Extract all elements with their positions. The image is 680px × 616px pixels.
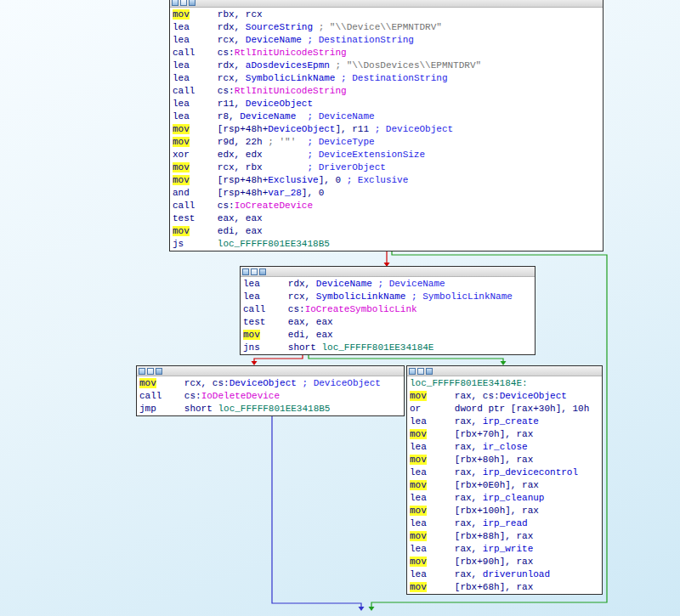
node-setup-dispatch[interactable]: loc_FFFFF801EE34184E:mov rax, cs:DeviceO… [406, 365, 603, 595]
asm-line[interactable]: call cs:RtlInitUnicodeString [173, 47, 600, 59]
asm-token: call [173, 201, 195, 211]
asm-line[interactable]: jmp short loc_FFFFF801EE3418B5 [139, 403, 401, 415]
asm-token: call [243, 304, 265, 314]
asm-line[interactable]: jns short loc_FFFFF801EE34184E [243, 342, 532, 354]
asm-line[interactable]: lea rax, ir_close [410, 441, 599, 454]
asm-line[interactable]: mov [rsp+48h+Exclusive], 0 ; Exclusive [173, 174, 600, 187]
asm-line[interactable]: mov [rbx+88h], rax [410, 530, 599, 543]
asm-token: rdx, [190, 22, 246, 32]
asm-line[interactable]: lea rax, irp_write [410, 543, 599, 556]
asm-token: ], 0 [319, 175, 347, 185]
node-delete-device[interactable]: mov rcx, cs:DeviceObject ; DeviceObjectc… [136, 365, 405, 416]
asm-token: edi, eax [190, 226, 263, 236]
asm-line[interactable]: mov rax, cs:DeviceObject [410, 390, 599, 403]
asm-line[interactable]: mov [rbx+100h], rax [410, 505, 599, 517]
node-create-symlink[interactable]: lea rdx, DeviceName ; DeviceNamelea rcx,… [240, 266, 536, 355]
asm-line[interactable]: lea rax, irp_create [410, 415, 599, 428]
asm-line[interactable]: lea rdx, SourceString ; "\\Device\\EPMNT… [173, 21, 600, 34]
node-frame-icon [139, 368, 145, 375]
graph-canvas[interactable]: mov rbx, rcxlea rdx, SourceString ; "\\D… [0, 0, 680, 616]
asm-line[interactable]: mov edi, eax [243, 329, 532, 342]
asm-line[interactable]: call cs:RtlInitUnicodeString [173, 85, 600, 98]
asm-line[interactable]: lea r11, DeviceObject [173, 98, 600, 110]
asm-line[interactable]: mov [rbx+68h], rax [410, 581, 599, 594]
node-titlebar[interactable] [407, 366, 602, 376]
asm-line[interactable]: mov [rbx+80h], rax [410, 454, 599, 466]
asm-line[interactable]: mov [rbx+0E0h], rax [410, 479, 599, 492]
asm-line[interactable]: lea rax, irp_read [410, 517, 599, 530]
asm-line[interactable]: and [rsp+48h+var_28], 0 [173, 187, 600, 200]
node-frame-icon [172, 0, 178, 6]
asm-token [190, 9, 218, 20]
asm-token: rax, [427, 467, 483, 478]
asm-token: [rbx+0E0h], rax [427, 480, 539, 490]
node-group-icon [180, 0, 187, 6]
asm-token: call [139, 391, 162, 401]
asm-line[interactable]: lea rax, irp_devicecontrol [410, 466, 599, 479]
edge-js-taken-to-exit-arrowhead [369, 607, 375, 611]
asm-line[interactable]: lea rcx, SymbolicLinkName ; SymbolicLink… [243, 291, 532, 303]
asm-token: DeviceObject [500, 391, 567, 401]
asm-token: [rsp+48h+ [190, 188, 268, 198]
asm-token: [rbx+68h], rax [427, 582, 533, 592]
asm-token: ; "\\Device\\EPMNTDRV" [319, 22, 442, 32]
asm-line[interactable]: call cs:IoCreateSymbolicLink [243, 303, 532, 316]
highlighted-mnemonic: mov [410, 480, 427, 490]
asm-token: DeviceObject [268, 124, 335, 134]
asm-line[interactable]: mov [rsp+48h+DeviceObject], r11 ; Device… [173, 123, 600, 136]
asm-line[interactable]: test eax, eax [243, 316, 532, 329]
asm-line[interactable]: lea r8, DeviceName ; DeviceName [173, 110, 600, 123]
asm-token [296, 137, 307, 147]
asm-token: IoCreateDevice [235, 201, 313, 211]
asm-token: SourceString [246, 22, 313, 32]
asm-token: ], 0 [302, 188, 324, 198]
asm-token: rcx, [260, 291, 316, 302]
highlighted-mnemonic: mov [173, 137, 190, 147]
asm-token: edi, eax [260, 330, 333, 340]
node-titlebar[interactable] [170, 0, 603, 8]
asm-line[interactable]: lea rdx, DeviceName ; DeviceName [243, 278, 532, 291]
asm-line[interactable]: lea rdx, aDosdevicesEpmn ; "\\DosDevices… [173, 59, 600, 72]
highlighted-mnemonic: mov [173, 175, 190, 185]
asm-token: jns [243, 342, 260, 353]
node-driver-entry[interactable]: mov rbx, rcxlea rdx, SourceString ; "\\D… [169, 0, 604, 251]
asm-token: lea [410, 518, 427, 528]
asm-line[interactable]: test eax, eax [173, 212, 600, 225]
asm-token: irp_devicecontrol [483, 467, 578, 478]
asm-line[interactable]: lea rax, driverunload [410, 568, 599, 581]
asm-line[interactable]: call cs:IoDeleteDevice [139, 390, 401, 403]
asm-token: cs: [195, 86, 234, 96]
asm-token: lea [173, 60, 190, 71]
node-titlebar[interactable] [137, 366, 404, 376]
node-titlebar[interactable] [241, 267, 535, 277]
asm-line[interactable]: mov rbx, rcx [173, 8, 600, 21]
asm-token: [rbx+70h], rax [427, 429, 533, 439]
asm-line[interactable]: mov rcx, rbx ; DriverObject [173, 161, 600, 174]
asm-token: var_28 [268, 188, 302, 198]
asm-line[interactable]: mov rcx, cs:DeviceObject ; DeviceObject [139, 377, 401, 390]
asm-line[interactable]: mov r9d, 22h ; '"' ; DeviceType [173, 136, 600, 149]
asm-line[interactable]: js loc_FFFFF801EE3418B5 [173, 238, 600, 251]
asm-token: xor [173, 150, 190, 160]
highlighted-mnemonic: mov [410, 531, 427, 541]
asm-token: loc_FFFFF801EE3418B5 [218, 404, 330, 414]
asm-line[interactable]: lea rcx, DeviceName ; DestinationString [173, 34, 600, 47]
node-group-icon [251, 268, 258, 275]
asm-line[interactable]: lea rax, irp_cleanup [410, 492, 599, 505]
asm-line[interactable]: mov [rbx+90h], rax [410, 556, 599, 568]
asm-line[interactable]: lea rcx, SymbolicLinkName ; DestinationS… [173, 72, 600, 85]
asm-token: test [243, 317, 265, 327]
asm-line[interactable]: call cs:IoCreateDevice [173, 200, 600, 212]
asm-line[interactable]: mov [rbx+70h], rax [410, 428, 599, 441]
highlighted-mnemonic: mov [173, 9, 190, 20]
asm-line[interactable]: xor edx, edx ; DeviceExtensionSize [173, 149, 600, 161]
asm-token: lea [410, 416, 427, 427]
asm-token: short [260, 342, 322, 353]
asm-token: lea [410, 569, 427, 579]
asm-line[interactable]: loc_FFFFF801EE34184E: [410, 377, 599, 390]
asm-line[interactable]: or dword ptr [rax+30h], 10h [410, 403, 599, 415]
asm-token: cs: [195, 48, 234, 58]
asm-line[interactable]: mov edi, eax [173, 225, 600, 238]
asm-token: lea [410, 467, 427, 478]
asm-token: rax, [427, 416, 483, 427]
